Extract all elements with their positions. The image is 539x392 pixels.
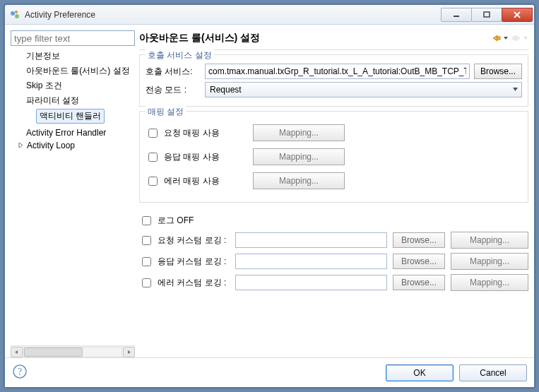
window-title: Activity Preference bbox=[25, 10, 442, 20]
service-input[interactable] bbox=[205, 64, 470, 79]
request-logging-input[interactable] bbox=[235, 232, 387, 248]
svg-marker-8 bbox=[15, 350, 18, 354]
svg-rect-4 bbox=[484, 12, 490, 17]
scroll-left-button[interactable] bbox=[11, 347, 23, 357]
service-group: 호출 서비스 설정 호출 서비스: Browse... 전송 모드 : Requ… bbox=[139, 54, 528, 107]
page-title: 아웃바운드 룰(서비스) 설정 bbox=[139, 32, 492, 44]
logging-block: 로그 OFF 요청 커스텀 로깅 : Browse... Mapping... … bbox=[139, 208, 528, 295]
browse-button[interactable]: Browse... bbox=[393, 275, 445, 290]
log-label: 요청 커스텀 로깅 : bbox=[158, 234, 226, 247]
mapping-button[interactable]: Mapping... bbox=[253, 148, 345, 165]
mapping-button[interactable]: Mapping... bbox=[253, 124, 345, 141]
check-label: 요청 매핑 사용 bbox=[164, 127, 249, 139]
check-label: 응답 매핑 사용 bbox=[164, 151, 249, 163]
svg-text:?: ? bbox=[18, 367, 22, 377]
svg-marker-12 bbox=[504, 37, 508, 40]
window-buttons bbox=[442, 8, 533, 22]
dialog-footer: ? OK Cancel bbox=[5, 357, 534, 387]
tree-item[interactable]: Skip 조건 bbox=[11, 78, 135, 93]
svg-rect-13 bbox=[513, 37, 516, 40]
scroll-track[interactable] bbox=[23, 347, 122, 357]
browse-button[interactable]: Browse... bbox=[474, 64, 522, 79]
help-button[interactable]: ? bbox=[12, 364, 28, 381]
error-mapping-checkbox[interactable] bbox=[148, 177, 158, 186]
svg-marker-9 bbox=[128, 350, 131, 354]
app-icon bbox=[9, 9, 20, 20]
mode-value: Request bbox=[210, 85, 242, 95]
scroll-right-button[interactable] bbox=[123, 347, 135, 357]
mapping-button[interactable]: Mapping... bbox=[451, 274, 528, 291]
scroll-thumb[interactable] bbox=[24, 348, 83, 357]
nav-tree[interactable]: 기본정보 아웃바운드 룰(서비스) 설정 Skip 조건 파라미터 설정 액티비… bbox=[11, 46, 135, 345]
horizontal-scrollbar[interactable] bbox=[11, 345, 135, 357]
log-off-checkbox[interactable] bbox=[142, 216, 151, 225]
group-legend: 호출 서비스 설정 bbox=[146, 49, 214, 61]
svg-marker-7 bbox=[19, 143, 23, 148]
close-button[interactable] bbox=[502, 8, 533, 22]
mode-select[interactable]: Request bbox=[205, 82, 522, 97]
cancel-button[interactable]: Cancel bbox=[459, 364, 527, 381]
tree-item[interactable]: 기본정보 bbox=[11, 49, 135, 64]
svg-rect-11 bbox=[497, 37, 500, 40]
filter-input[interactable] bbox=[11, 30, 135, 46]
tree-item[interactable]: Activity Error Handler bbox=[11, 126, 135, 139]
mapping-button[interactable]: Mapping... bbox=[253, 172, 345, 189]
forward-button[interactable] bbox=[511, 33, 528, 43]
svg-marker-16 bbox=[513, 88, 518, 91]
log-label: 응답 커스텀 로깅 : bbox=[158, 256, 226, 268]
svg-marker-10 bbox=[493, 35, 497, 41]
check-label: 로그 OFF bbox=[158, 215, 242, 227]
mapping-group: 매핑 설정 요청 매핑 사용 Mapping... 응답 매핑 사용 Mappi… bbox=[139, 111, 528, 203]
chevron-right-icon[interactable] bbox=[18, 141, 24, 150]
page-header: 아웃바운드 룰(서비스) 설정 bbox=[139, 30, 528, 50]
request-mapping-checkbox[interactable] bbox=[148, 129, 158, 138]
response-logging-input[interactable] bbox=[235, 254, 387, 269]
browse-button[interactable]: Browse... bbox=[393, 232, 445, 248]
tree-item[interactable]: Activity Loop bbox=[11, 139, 135, 152]
svg-marker-14 bbox=[516, 35, 520, 41]
svg-marker-15 bbox=[523, 37, 528, 40]
response-logging-checkbox[interactable] bbox=[142, 257, 151, 266]
svg-point-0 bbox=[11, 11, 15, 16]
back-button[interactable] bbox=[492, 33, 509, 43]
mapping-button[interactable]: Mapping... bbox=[451, 232, 528, 249]
svg-point-1 bbox=[15, 14, 19, 18]
tree-item[interactable]: 파라미터 설정 bbox=[11, 93, 135, 108]
tree-item-selected[interactable]: 액티비티 핸들러 bbox=[36, 109, 105, 124]
tree-item[interactable]: 아웃바운드 룰(서비스) 설정 bbox=[11, 64, 135, 78]
error-logging-checkbox[interactable] bbox=[142, 278, 151, 287]
dialog-window: Activity Preference 기본정보 아웃바운드 룰(서비스) 설정… bbox=[4, 4, 535, 388]
service-label: 호출 서비스: bbox=[146, 66, 201, 78]
svg-point-2 bbox=[15, 11, 18, 13]
ok-button[interactable]: OK bbox=[386, 364, 454, 381]
error-logging-input[interactable] bbox=[235, 275, 387, 290]
titlebar[interactable]: Activity Preference bbox=[5, 5, 534, 25]
minimize-button[interactable] bbox=[441, 8, 472, 22]
log-label: 에러 커스텀 로깅 : bbox=[158, 277, 226, 289]
request-logging-checkbox[interactable] bbox=[142, 236, 151, 245]
maximize-button[interactable] bbox=[471, 8, 502, 22]
right-pane: 아웃바운드 룰(서비스) 설정 호출 서비스 설정 호출 서비스: bbox=[139, 30, 528, 357]
chevron-down-icon bbox=[512, 85, 519, 95]
mapping-button[interactable]: Mapping... bbox=[451, 253, 528, 270]
response-mapping-checkbox[interactable] bbox=[148, 153, 158, 162]
group-legend: 매핑 설정 bbox=[146, 106, 186, 118]
check-label: 에러 매핑 사용 bbox=[164, 175, 249, 187]
tree-item-label: Activity Loop bbox=[27, 141, 75, 150]
browse-button[interactable]: Browse... bbox=[393, 254, 445, 269]
mode-label: 전송 모드 : bbox=[146, 84, 201, 96]
left-pane: 기본정보 아웃바운드 룰(서비스) 설정 Skip 조건 파라미터 설정 액티비… bbox=[11, 30, 135, 357]
